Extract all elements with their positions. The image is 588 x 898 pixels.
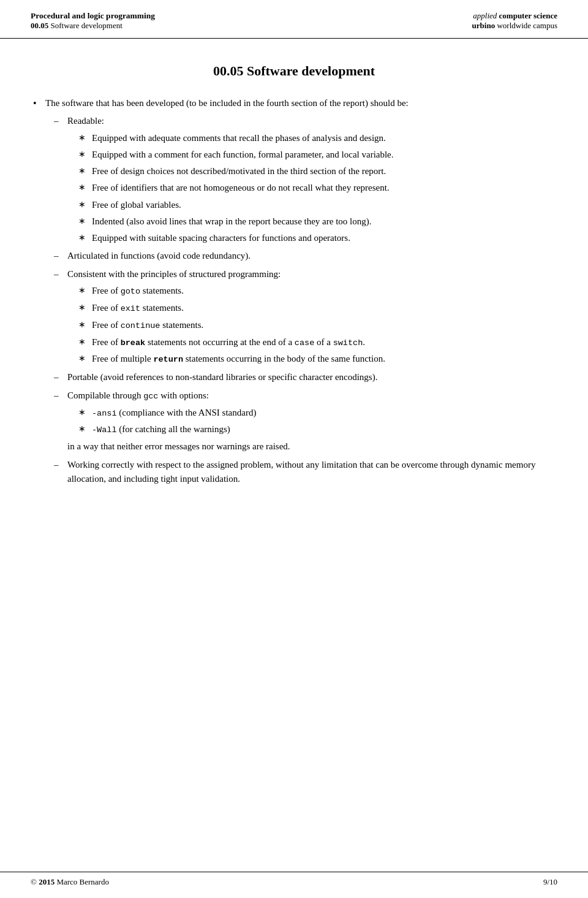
header-campus: worldwide campus bbox=[495, 21, 557, 30]
working-text: Working correctly with respect to the as… bbox=[67, 460, 535, 484]
course-subtitle: 00.05 Software development bbox=[31, 21, 155, 31]
consistent-label: Consistent with the principles of struct… bbox=[67, 269, 281, 279]
star-item-5-text: Free of global variables. bbox=[92, 200, 181, 210]
return-mono: return bbox=[153, 355, 183, 364]
articulated-text: Articulated in functions (avoid code red… bbox=[67, 251, 251, 261]
footer-author: Marco Bernardo bbox=[56, 877, 109, 886]
header-right: applied computer science urbino worldwid… bbox=[472, 11, 557, 31]
readable-label: Readable: bbox=[67, 116, 104, 126]
dash-item-compilable: Compilable through gcc with options: -an… bbox=[51, 389, 557, 454]
star-item-1-text: Equipped with adequate comments that rec… bbox=[92, 133, 386, 143]
star-list-compilable: -ansi (compliance with the ANSI standard… bbox=[76, 406, 557, 438]
star-item-4: Free of identifiers that are not homogen… bbox=[76, 181, 557, 195]
consistent-item-3: Free of continue statements. bbox=[76, 318, 557, 333]
ansi-mono: -ansi bbox=[92, 409, 117, 418]
compilable-text-post: with options: bbox=[158, 390, 209, 400]
consistent-item-4: Free of break statements not occurring a… bbox=[76, 335, 557, 350]
main-content: 00.05 Software development The software … bbox=[0, 39, 588, 529]
star-list-readable: Equipped with adequate comments that rec… bbox=[76, 131, 557, 246]
header-applied: applied bbox=[473, 11, 499, 20]
course-title: Procedural and logic programming bbox=[31, 11, 155, 21]
dash-item-readable: Readable: Equipped with adequate comment… bbox=[51, 114, 557, 245]
header-left: Procedural and logic programming 00.05 S… bbox=[31, 11, 155, 31]
header-cs-bold: computer science bbox=[499, 11, 557, 20]
compilable-text-pre: Compilable through bbox=[67, 390, 143, 400]
header-right-line2: urbino worldwide campus bbox=[472, 21, 557, 31]
footer-page-number: 9/10 bbox=[543, 877, 557, 887]
compilable-item-2: -Wall (for catching all the warnings) bbox=[76, 422, 557, 437]
dash-item-working: Working correctly with respect to the as… bbox=[51, 458, 557, 487]
page-header: Procedural and logic programming 00.05 S… bbox=[0, 0, 588, 39]
dash-item-consistent: Consistent with the principles of struct… bbox=[51, 267, 557, 367]
portable-text: Portable (avoid references to non-standa… bbox=[67, 372, 377, 382]
footer-left: © 2015 Marco Bernardo bbox=[31, 877, 109, 887]
dash-list: Readable: Equipped with adequate comment… bbox=[51, 114, 557, 486]
consistent-item-2: Free of exit statements. bbox=[76, 301, 557, 316]
software-intro-text: The software that has been developed (to… bbox=[45, 98, 409, 108]
compilable-note: in a way that neither error messages nor… bbox=[67, 439, 557, 454]
dash-item-portable: Portable (avoid references to non-standa… bbox=[51, 370, 557, 384]
star-item-2-text: Equipped with a comment for each functio… bbox=[92, 150, 394, 159]
copyright-year: 2015 bbox=[39, 877, 55, 886]
gcc-mono: gcc bbox=[143, 392, 158, 401]
copyright-symbol: © bbox=[31, 877, 39, 886]
dash-item-articulated: Articulated in functions (avoid code red… bbox=[51, 249, 557, 263]
break-mono: break bbox=[121, 338, 146, 348]
exit-mono: exit bbox=[121, 304, 140, 313]
star-item-3: Free of design choices not described/mot… bbox=[76, 164, 557, 178]
goto-mono: goto bbox=[121, 287, 140, 296]
header-urbino: urbino bbox=[472, 21, 496, 30]
star-list-consistent: Free of goto statements. Free of exit st… bbox=[76, 284, 557, 367]
compilable-item-1: -ansi (compliance with the ANSI standard… bbox=[76, 406, 557, 420]
consistent-item-5: Free of multiple return statements occur… bbox=[76, 352, 557, 367]
top-list-item-software: The software that has been developed (to… bbox=[31, 96, 557, 486]
star-item-4-text: Free of identifiers that are not homogen… bbox=[92, 183, 390, 192]
page-footer: © 2015 Marco Bernardo 9/10 bbox=[0, 872, 588, 887]
wall-mono: -Wall bbox=[92, 425, 117, 435]
star-item-6: Indented (also avoid lines that wrap in … bbox=[76, 215, 557, 229]
course-subtitle-text: Software development bbox=[48, 21, 123, 30]
case-mono: case bbox=[295, 338, 314, 348]
star-item-1: Equipped with adequate comments that rec… bbox=[76, 131, 557, 145]
course-subtitle-bold: 00.05 bbox=[31, 21, 48, 30]
top-list: The software that has been developed (to… bbox=[31, 96, 557, 486]
continue-mono: continue bbox=[121, 321, 160, 330]
star-item-7-text: Equipped with suitable spacing character… bbox=[92, 233, 350, 243]
star-item-5: Free of global variables. bbox=[76, 198, 557, 212]
star-item-2: Equipped with a comment for each functio… bbox=[76, 148, 557, 162]
page-title: 00.05 Software development bbox=[31, 63, 557, 79]
star-item-6-text: Indented (also avoid lines that wrap in … bbox=[92, 216, 372, 226]
header-right-line1: applied computer science bbox=[472, 11, 557, 21]
star-item-3-text: Free of design choices not described/mot… bbox=[92, 166, 386, 176]
star-item-7: Equipped with suitable spacing character… bbox=[76, 231, 557, 245]
switch-mono: switch bbox=[333, 338, 363, 348]
consistent-item-1: Free of goto statements. bbox=[76, 284, 557, 299]
page: Procedural and logic programming 00.05 S… bbox=[0, 0, 588, 898]
